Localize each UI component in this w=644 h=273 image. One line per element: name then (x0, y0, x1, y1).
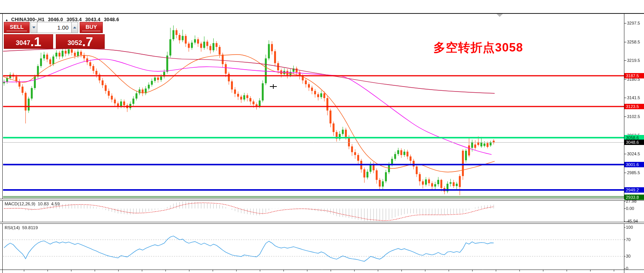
volume-increase-button[interactable] (71, 22, 78, 33)
price-tick-label: 3258.5 (627, 39, 640, 45)
macd-scale-label: 0.00 (626, 206, 634, 211)
chart-annotation-text: 多空转折点3058 (433, 40, 523, 56)
sell-price-tile[interactable]: 3047 .1 (4, 34, 53, 49)
volume-decrease-button[interactable] (30, 22, 37, 33)
pane-splitter-rsi[interactable] (0, 222, 644, 224)
price-marker-label: 3187.5 (624, 73, 644, 78)
price-marker-label: 3001.6 (624, 162, 644, 167)
buy-button-label: BUY (85, 24, 97, 30)
bar-open-value: 3046.0 (48, 17, 63, 22)
price-tick-label: 3297.5 (627, 20, 640, 26)
volume-input[interactable] (37, 22, 71, 33)
one-click-trading-panel: SELL BUY 3047 .1 3052 .7 (4, 22, 105, 49)
sell-underline (7, 31, 27, 31)
sell-price-frac: .1 (30, 37, 41, 47)
macd-value-main: 10.83 (38, 201, 49, 206)
rsi-name: RSI(14) (5, 225, 20, 230)
buy-price-frac: .7 (82, 37, 93, 47)
macd-value-signal: 4.59 (51, 201, 60, 206)
symbol-period-label: CHINA300-,H1 (11, 17, 44, 22)
buy-price-main: 3052 (67, 40, 82, 46)
volume-stepper (30, 22, 78, 33)
trading-platform-window: F A T M1M5M15M30H1H4D1W1MN ▲ CHINA300-,H… (0, 0, 644, 273)
chart-shift-icon[interactable] (497, 14, 503, 17)
macd-scale-label: -45.94 (626, 219, 638, 224)
buy-underline (82, 31, 100, 31)
rsi-value: 59.8119 (22, 225, 38, 230)
rsi-scale-label: 0 (626, 266, 628, 271)
price-tick-label: 2985.5 (627, 170, 640, 175)
price-marker-label: 2949.2 (624, 187, 644, 193)
price-tick-label: 3102.5 (627, 114, 640, 119)
buy-price-tile[interactable]: 3052 .7 (56, 34, 105, 49)
rsi-scale-label: 70 (626, 237, 631, 242)
price-marker-label: 3123.5 (624, 104, 644, 109)
rsi-label: RSI(14)59.8119 (5, 225, 40, 230)
bar-close-value: 3048.6 (104, 17, 119, 22)
collapse-panel-icon[interactable]: ▲ (5, 18, 8, 22)
chart-header: ▲ CHINA300-,H1 3046.0 3053.4 3043.4 3048… (5, 17, 122, 22)
macd-scale-label: 27.98 (626, 199, 637, 204)
triangle-up-icon (73, 27, 76, 28)
sell-button-label: SELL (10, 24, 24, 30)
rsi-scale-label: 30 (626, 254, 631, 259)
price-tick-label: 3141.5 (627, 95, 640, 100)
price-marker-label: 3048.6 (624, 140, 644, 145)
pane-splitter-macd[interactable] (0, 199, 644, 201)
triangle-down-icon (32, 27, 35, 28)
sell-button[interactable]: SELL (4, 22, 30, 33)
price-tick-label: 3219.5 (627, 58, 640, 63)
rsi-scale-label: 100 (626, 225, 633, 230)
bar-high-value: 3053.4 (67, 17, 82, 22)
macd-name: MACD(12,26,9) (5, 201, 35, 206)
buy-button[interactable]: BUY (80, 22, 103, 33)
bar-low-value: 3043.4 (85, 17, 100, 22)
macd-label: MACD(12,26,9)10.834.59 (5, 201, 62, 206)
price-tick-label: 3024.5 (627, 151, 640, 156)
sell-price-main: 3047 (16, 40, 30, 46)
